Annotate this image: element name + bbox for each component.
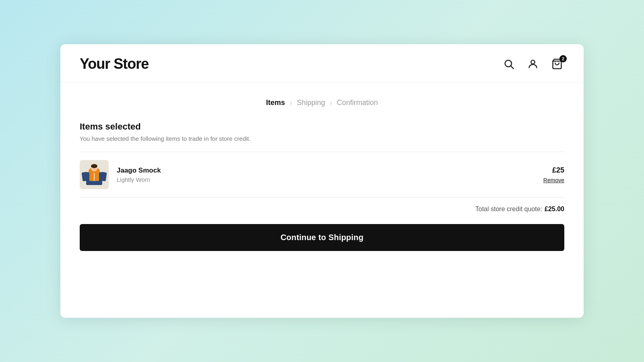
svg-point-2 xyxy=(531,60,535,64)
item-row: Jaago Smock Lightly Worn £25 Remove xyxy=(80,152,564,197)
chevron-1-icon: › xyxy=(290,99,292,107)
svg-line-1 xyxy=(511,66,513,68)
item-details: Jaago Smock Lightly Worn xyxy=(117,167,543,183)
checkout-steps: Items › Shipping › Confirmation xyxy=(80,99,564,107)
svg-point-12 xyxy=(91,164,97,168)
step-confirmation: Confirmation xyxy=(337,99,378,107)
cart-button[interactable]: 2 xyxy=(550,57,564,71)
item-condition: Lightly Worn xyxy=(117,176,543,183)
section-subtitle: You have selected the following items to… xyxy=(80,135,564,142)
section-title: Items selected xyxy=(80,121,564,132)
chevron-2-icon: › xyxy=(330,99,332,107)
header: Your Store xyxy=(60,44,584,82)
user-button[interactable] xyxy=(526,57,540,71)
item-price: £25 xyxy=(552,166,564,175)
user-icon xyxy=(527,58,539,70)
step-shipping: Shipping xyxy=(297,99,325,107)
remove-button[interactable]: Remove xyxy=(543,177,564,183)
main-content: Items › Shipping › Confirmation Items se… xyxy=(60,82,584,270)
total-label: Total store credit quote: xyxy=(475,206,542,213)
cart-badge: 2 xyxy=(559,55,567,62)
item-price-remove: £25 Remove xyxy=(543,166,564,183)
search-button[interactable] xyxy=(502,57,516,71)
search-icon xyxy=(503,58,514,70)
item-name: Jaago Smock xyxy=(117,167,543,175)
header-icons: 2 xyxy=(502,57,564,71)
product-image-svg xyxy=(80,161,108,188)
total-row: Total store credit quote: £25.00 xyxy=(80,197,564,224)
main-window: Your Store xyxy=(60,44,584,318)
item-image xyxy=(80,160,109,189)
store-title: Your Store xyxy=(80,56,149,72)
total-amount: £25.00 xyxy=(545,206,564,213)
step-items: Items xyxy=(266,99,285,107)
continue-to-shipping-button[interactable]: Continue to Shipping xyxy=(80,224,564,251)
